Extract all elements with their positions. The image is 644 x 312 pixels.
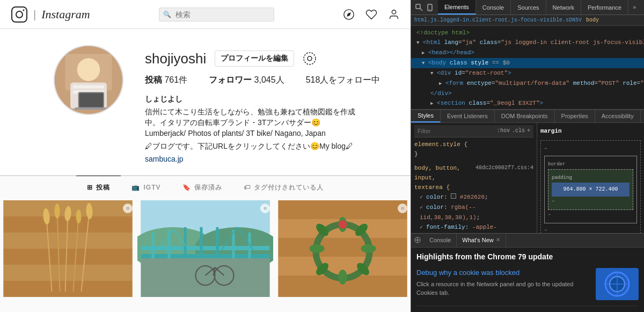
html-line-close-div[interactable]: </div> [411, 89, 644, 98]
html-line-section[interactable]: <section class="_9eogl E3X2T"> [411, 98, 644, 108]
heart-icon[interactable] [365, 9, 377, 20]
html-line-doctype[interactable]: <!doctype html> [411, 28, 644, 38]
photo-check-2: ○ [260, 204, 270, 213]
bio-link[interactable]: sambuca.jp [145, 154, 360, 164]
whats-new-item-1: Debug why a cookie was blocked Click a r… [416, 268, 639, 306]
cls-btn[interactable]: .cls [512, 126, 525, 136]
photo-2[interactable]: ○ [137, 200, 273, 297]
html-expand-icon[interactable] [416, 39, 419, 46]
hover-btn[interactable]: :hov [497, 126, 510, 136]
ig-logo-area: | Instagram [11, 6, 90, 23]
more-tabs-button[interactable]: » [628, 0, 641, 14]
svg-rect-45 [216, 227, 219, 262]
color-swatch [451, 193, 456, 199]
svg-rect-47 [248, 233, 251, 262]
photo-check-3: ○ [398, 204, 407, 213]
body-expand-icon[interactable] [422, 60, 425, 66]
style-tab-accessibility[interactable]: Accessibility [595, 110, 641, 122]
css-file-1[interactable]: 48dc2c0002f7.css:4 [475, 163, 533, 183]
tab-elements[interactable]: Elements [438, 0, 476, 14]
profile-icon[interactable] [388, 9, 400, 20]
div-expand-icon[interactable] [430, 70, 433, 76]
bookmark-icon: 🔖 [182, 183, 191, 192]
tab-performance[interactable]: Performance [581, 0, 628, 14]
html-line-html[interactable]: <html lang="ja" class="js logged-in clie… [411, 38, 644, 48]
style-tab-event-listeners[interactable]: Event Listeners [441, 110, 495, 122]
html-line-form[interactable]: <form enctype="multipart/form-data" meth… [411, 78, 644, 89]
following-stat: 518人をフォロー中 [306, 75, 380, 85]
html-line-div-react[interactable]: <div id="react-root"> [411, 68, 644, 78]
svg-rect-61 [279, 238, 407, 257]
dt-tabs: Elements Console Sources Network Perform… [438, 0, 641, 14]
html-line-head[interactable]: <head></head> [411, 48, 644, 58]
tab-igtv[interactable]: 📺 IGTV [121, 176, 171, 199]
border-box: border padding 964.800 × 722.400 – – [544, 156, 637, 223]
ig-bio: しょじよし 信州にて木こり生活をしながら、勉強も兼ねて植物図鑑を作成中。イタリア… [145, 93, 360, 164]
element-path-node[interactable]: html.js.logged-in.client-root.js-focus-v… [414, 16, 582, 25]
instagram-panel: | Instagram 🔍 [0, 0, 411, 312]
bio-text: 信州にて木こり生活をしながら、勉強も兼ねて植物図鑑を作成中。イタリアの自転車ブラ… [145, 106, 360, 139]
dt-html-tree[interactable]: <!doctype html> <html lang="ja" class="j… [411, 26, 644, 110]
style-tab-styles[interactable]: Styles [411, 110, 441, 122]
tab-network[interactable]: Network [546, 0, 581, 14]
dt-style-tabs: Styles Event Listeners DOM Breakpoints P… [411, 110, 644, 123]
settings-icon[interactable] [303, 52, 317, 66]
svg-point-77 [429, 9, 430, 10]
bio-note: 🖊ブログです。下記URLをクリックしてください😊My blog🖊 [145, 141, 360, 151]
form-expand-icon[interactable] [439, 80, 442, 86]
bio-name: しょじよし [145, 93, 360, 104]
avatar [54, 45, 123, 115]
section-expand-icon[interactable] [430, 100, 433, 106]
inspect-icon[interactable] [415, 4, 423, 11]
compass-icon[interactable] [343, 9, 355, 20]
svg-point-71 [310, 244, 325, 253]
tab-console[interactable]: Console [476, 0, 511, 14]
svg-point-33 [76, 209, 82, 223]
ig-header: | Instagram 🔍 [0, 0, 411, 29]
whats-new-item-1-title[interactable]: Debug why a cookie was blocked [416, 268, 590, 278]
dt-filter-bar: :hov .cls + [414, 125, 533, 137]
svg-rect-14 [75, 107, 108, 110]
photo-1[interactable]: ○ [0, 200, 136, 297]
svg-point-2 [23, 9, 25, 11]
whats-new-item-1-thumb [596, 268, 639, 300]
search-input[interactable] [159, 8, 274, 21]
whats-new-close[interactable]: ✕ [496, 235, 500, 245]
ig-profile: shojiyoshi プロフィールを編集 投稿 761件 フォロワー 3,045… [0, 29, 411, 176]
ig-search-box[interactable]: 🔍 [159, 8, 274, 21]
html-line-body[interactable]: <body class style == $0 [411, 58, 644, 68]
avatar-image [55, 46, 122, 114]
edit-profile-button[interactable]: プロフィールを編集 [215, 50, 294, 67]
svg-rect-23 [4, 265, 133, 281]
devtools-panel: Elements Console Sources Network Perform… [411, 0, 644, 312]
filter-input[interactable] [418, 128, 494, 134]
tab-saved[interactable]: 🔖 保存済み [172, 176, 233, 199]
username-row: shojiyoshi プロフィールを編集 [145, 50, 400, 67]
border-label: border [548, 162, 565, 167]
ig-photos: ○ [0, 199, 411, 312]
dt-style-pane: Styles Event Listeners DOM Breakpoints P… [411, 110, 644, 233]
style-tab-dom-breakpoints[interactable]: DOM Breakpoints [495, 110, 555, 122]
photo-3[interactable]: ○ [275, 200, 411, 297]
add-rule-btn[interactable]: + [527, 126, 530, 136]
svg-rect-21 [4, 233, 133, 249]
posts-stat: 投稿 761件 [145, 75, 187, 85]
instagram-logo-icon [11, 6, 28, 23]
element-path-body[interactable]: body [586, 16, 599, 25]
bottom-tab-console[interactable]: Console [424, 234, 457, 247]
css-selector-1: element.style { [414, 140, 533, 149]
dt-element-bar: html.js.logged-in.client-root.js-focus-v… [411, 15, 644, 26]
padding-box: padding 964.800 × 722.400 – [548, 169, 633, 210]
bottom-tab-whats-new[interactable]: What's New ✕ [457, 234, 506, 247]
head-expand-icon[interactable] [422, 49, 425, 56]
mobile-icon[interactable] [426, 4, 434, 11]
css-prop-color2: ✓ color: rgba(--iid,38,38,38),1); [414, 202, 533, 222]
tab-sources[interactable]: Sources [511, 0, 546, 14]
tab-tagged[interactable]: 🏷 タグ付けされている人 [233, 176, 334, 199]
tab-posts[interactable]: ⊞ 投稿 [76, 176, 121, 199]
style-tab-properties[interactable]: Properties [555, 110, 595, 122]
box-model-title: margin [540, 126, 641, 136]
css-prop-fontfamily: ✓ font-family: -apple- [414, 222, 533, 233]
css-rule-element-style: element.style { } [414, 140, 533, 159]
svg-rect-22 [4, 249, 133, 265]
